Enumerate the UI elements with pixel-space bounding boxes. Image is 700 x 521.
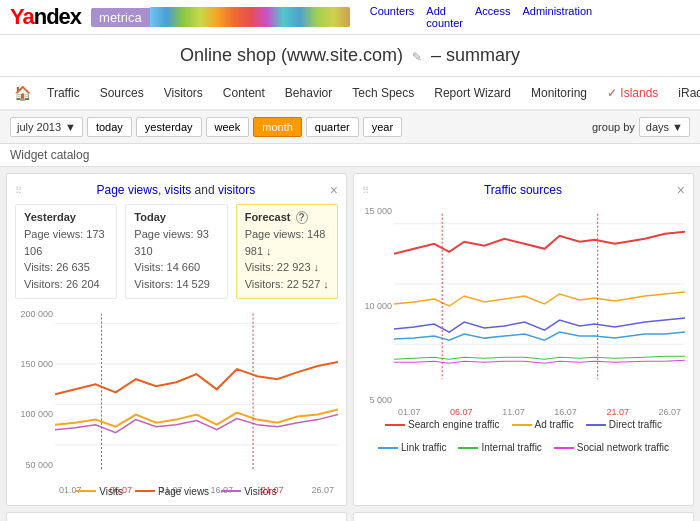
stat-today: Today Page views: 93 310 Visits: 14 660 … [125,204,227,299]
today-pageviews: Page views: 93 310 [134,226,218,259]
tab-home[interactable]: 🏠 [8,77,37,111]
legend-visits-label: Visits [99,486,123,497]
btn-today[interactable]: today [87,117,132,137]
add-counter-link[interactable]: Add counter [426,5,463,29]
widget-catalog-bar: Widget catalog [0,144,700,167]
x-ts-1607: 16.07 [554,407,577,417]
forecast-label-text: Forecast [245,211,291,223]
widget-pageviews-header: ⠿ Page views, visits and visitors × [15,182,338,198]
group-by-container: group by days ▼ [592,117,690,137]
traffic-sources-link[interactable]: Traffic sources [484,183,562,197]
yandex-logo: Yandex [10,4,81,30]
administration-link[interactable]: Administration [523,5,593,29]
btn-week[interactable]: week [206,117,250,137]
visitors-link[interactable]: visitors [218,183,255,197]
forecast-label: Forecast ? [245,211,329,223]
forecast-visits: Visits: 22 923 ↓ [245,259,329,276]
widget-ts-close[interactable]: × [677,182,685,198]
widget-traffic-today: ⠿ Traffic for today × [6,512,347,521]
tab-behavior[interactable]: Behavior [275,78,342,110]
btn-quarter[interactable]: quarter [306,117,359,137]
forecast-pageviews: Page views: 148 981 ↓ [245,226,329,259]
widget-catalog-label[interactable]: Widget catalog [10,148,89,162]
y-label-50k: 50 000 [15,460,53,470]
x-ts-1107: 11.07 [502,407,525,417]
yesterday-label: Yesterday [24,211,108,223]
tab-techspecs[interactable]: Tech Specs [342,78,424,110]
y-ts-5k: 5 000 [362,395,392,405]
legend-social-dot [554,447,574,449]
btn-yesterday[interactable]: yesterday [136,117,202,137]
chart-pv-svg [55,307,338,482]
date-range-selector[interactable]: july 2013 ▼ [10,117,83,137]
pageviews-link[interactable]: Page views [97,183,158,197]
tab-sources[interactable]: Sources [90,78,154,110]
forecast-visitors: Visitors: 22 527 ↓ [245,276,329,293]
metrica-label[interactable]: metrica [91,8,150,27]
yesterday-visits: Visits: 26 635 [24,259,108,276]
yesterday-pageviews: Page views: 173 106 [24,226,108,259]
date-range-arrow: ▼ [65,121,76,133]
y-ts-10k: 10 000 [362,301,392,311]
nav-tabs: 🏠 Traffic Sources Visitors Content Behav… [0,77,700,111]
main-content: ⠿ Page views, visits and visitors × Yest… [0,167,700,521]
legend-direct-dot [586,424,606,426]
widget-traffic-sources: ⠿ Traffic sources × 15 000 10 000 5 000 [353,173,694,506]
tab-reportwizard[interactable]: Report Wizard [424,78,521,110]
legend-visitors-label: Visitors [244,486,277,497]
stat-yesterday: Yesterday Page views: 173 106 Visits: 26… [15,204,117,299]
widget-dots-pv: ⠿ [15,185,22,196]
legend-ts: Search engine traffic Ad traffic Direct … [362,419,685,453]
group-by-value: days [646,121,669,133]
counters-link[interactable]: Counters [370,5,415,29]
widget-ts-title: Traffic sources [484,183,562,197]
widget-ts-header: ⠿ Traffic sources × [362,182,685,198]
y-ts-15k: 15 000 [362,206,392,216]
page-title-text: Online shop (www.site.com) ✎ – summary [180,45,520,65]
group-by-select[interactable]: days ▼ [639,117,690,137]
edit-icon[interactable]: ✎ [412,50,422,64]
today-visits: Visits: 14 660 [134,259,218,276]
btn-month[interactable]: month [253,117,302,137]
x-ts-2607: 26.07 [658,407,681,417]
legend-internal: Internal traffic [458,442,541,453]
legend-pageviews: Page views [135,486,209,497]
group-by-label: group by [592,121,635,133]
header: Yandex metrica Counters Add counter Acce… [0,0,700,35]
legend-visitors-dot [221,490,241,492]
x-ts-2107: 21.07 [606,407,629,417]
x-ts-0607: 06.07 [450,407,473,417]
tab-content[interactable]: Content [213,78,275,110]
tab-iradar[interactable]: iRadar [668,78,700,110]
legend-pageviews-label: Page views [158,486,209,497]
visits-link[interactable]: visits [165,183,192,197]
legend-internal-label: Internal traffic [481,442,541,453]
tab-traffic[interactable]: Traffic [37,78,90,110]
widget-goals: ⠿ Goals reached ⚙ × Checkout Goals reach… [353,512,694,521]
legend-link-dot [378,447,398,449]
title-main: Online shop (www.site.com) [180,45,403,65]
yesterday-visitors: Visitors: 26 204 [24,276,108,293]
forecast-help-icon[interactable]: ? [296,211,308,224]
chart-pv-container: 200 000 150 000 100 000 50 000 [15,307,338,482]
metrica-bar: metrica [91,7,350,27]
widget-pageviews: ⠿ Page views, visits and visitors × Yest… [6,173,347,506]
tab-islands[interactable]: ✓ Islands [597,78,668,110]
btn-year[interactable]: year [363,117,402,137]
chart-pv-area: 01.07 06.07 11.07 16.07 21.07 26.07 [55,307,338,482]
legend-link: Link traffic [378,442,446,453]
tab-monitoring[interactable]: Monitoring [521,78,597,110]
legend-search: Search engine traffic [385,419,500,430]
legend-link-label: Link traffic [401,442,446,453]
legend-visits: Visits [76,486,123,497]
chart-ts-svg [394,204,685,404]
x-ts-0107: 01.07 [398,407,421,417]
legend-pageviews-dot [135,490,155,492]
widget-dots-ts: ⠿ [362,185,369,196]
widget-pageviews-close[interactable]: × [330,182,338,198]
access-link[interactable]: Access [475,5,510,29]
legend-visitors: Visitors [221,486,277,497]
stats-row: Yesterday Page views: 173 106 Visits: 26… [15,204,338,299]
tab-visitors[interactable]: Visitors [154,78,213,110]
legend-internal-dot [458,447,478,449]
